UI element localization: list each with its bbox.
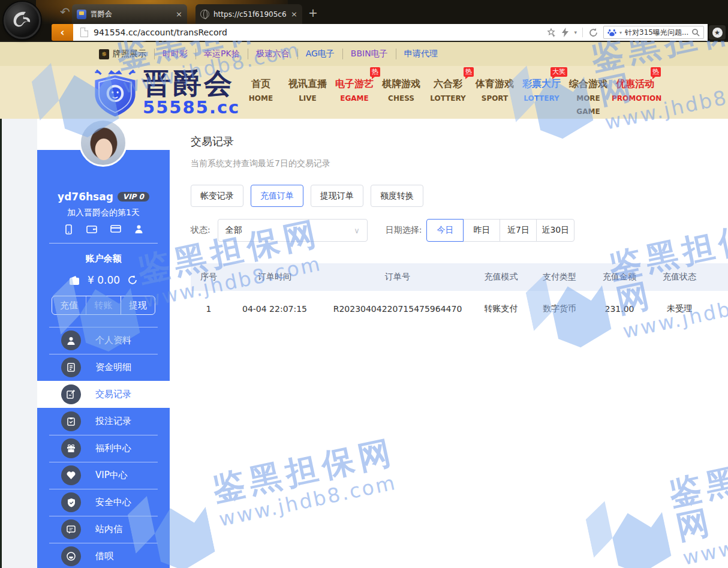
license-link-bar: ✵ 牌照展示 时时彩 幸运PK拾 极速六合 AG电子 BBIN电子 申请代理 [0,41,728,66]
sidebar-item-profile[interactable]: 个人资料 [37,327,170,354]
tab-external[interactable]: https://c51f61905c6b × [195,4,302,24]
lightning-dropdown-icon[interactable]: ▾ [574,29,577,35]
gift-icon [61,438,81,458]
date-yesterday-button[interactable]: 昨日 [463,219,500,242]
funds-icon [61,357,81,377]
nav-more-game[interactable]: 综合游戏MORE GAME [565,76,612,118]
join-days-text: 加入晋爵会的第1天 [37,208,170,218]
page-subtitle: 当前系统支持查询最近7日的交易记录 [191,158,728,169]
favorites-button[interactable]: ★ [709,25,726,40]
sidebar-item-messages[interactable]: 站内信 [37,516,170,543]
sidebar-item-loan[interactable]: 借呗 [37,543,170,568]
tab-close-icon[interactable]: × [291,10,297,19]
nav-live[interactable]: 视讯直播LIVE [284,76,331,118]
table-header-row: 序号 订单时间 订单号 充值模式 支付类型 充值金额 充值状态 备注 [191,263,728,291]
tab-quota-transfer[interactable]: 额度转换 [371,185,423,207]
nav-egame[interactable]: 热 电子游艺EGAME [331,76,378,118]
brand-domain: 55585.cc [143,98,240,116]
bbin-link[interactable]: BBIN电子 [342,49,396,59]
table-row: 1 04-04 22:07:15 R2023040422071547596447… [191,291,728,327]
agent-link[interactable]: 申请代理 [396,49,446,59]
sidebar-item-vip[interactable]: VIP中心 [37,462,170,489]
tab-account-changes[interactable]: 帐变记录 [191,185,243,207]
new-tab-button[interactable]: + [308,6,318,19]
status-select[interactable]: 全部 ∨ [218,219,368,242]
person-icon[interactable] [134,224,143,234]
sidebar-item-bets[interactable]: 投注记录 [37,408,170,435]
bets-icon [61,411,81,431]
url-row: ‹ 941554.cc/account/transRecord ▾ ▾ 针对31… [0,24,728,41]
brand-crest-logo[interactable] [90,67,140,120]
status-label: 状态: [191,225,210,236]
wallet-actions: 充值 转账 提现 [52,296,155,315]
date-today-button[interactable]: 今日 [426,219,464,242]
pk10-link[interactable]: 幸运PK拾 [195,49,248,59]
date-range-group: 今日 昨日 近7日 近30日 [426,219,574,242]
license-link[interactable]: ✵ 牌照展示 [91,49,154,59]
vip-icon [61,465,81,485]
account-sidebar: yd76hsag VIP 0 加入晋爵会的第1天 账户余额 ¥ 0.00 充值 … [37,150,170,568]
page-icon [80,28,88,37]
browser-chrome: ↶ 晋爵会 × https://c51f61905c6b × + ‹ 94155… [0,0,728,41]
sidebar-item-security[interactable]: 安全中心 [37,489,170,516]
record-tabs: 帐变记录 充值订单 提现订单 额度转换 [191,185,728,207]
url-text[interactable]: 941554.cc/account/transRecord [94,28,546,37]
ag-link[interactable]: AG电子 [297,49,342,59]
nav-sport[interactable]: 体育游戏SPORT [471,76,518,118]
bank-card-icon[interactable] [110,224,121,233]
wallet-icon[interactable] [86,224,97,233]
withdraw-button[interactable]: 提现 [121,296,155,314]
message-icon [61,519,81,539]
search-query[interactable]: 针对315曝光问题... [625,28,688,38]
sidebar-item-transactions[interactable]: 交易记录 [37,381,170,408]
shield-icon [61,492,81,512]
tab-deposit-orders[interactable]: 充值订单 [251,185,303,207]
site-favicon [77,10,86,19]
sidebar-item-welfare[interactable]: 福利中心 [37,435,170,462]
date-7days-button[interactable]: 近7日 [500,219,537,242]
main-nav: 首页HOME 视讯直播LIVE 热 电子游艺EGAME 棋牌游戏CHESS 热 … [237,76,658,118]
cheetah-browser-logo[interactable] [4,2,41,39]
nav-home[interactable]: 首页HOME [237,76,284,118]
chevron-down-icon: ∨ [354,226,360,235]
refresh-balance-icon[interactable] [127,275,138,285]
nav-chess[interactable]: 棋牌游戏CHESS [378,76,425,118]
tab-withdraw-orders[interactable]: 提现订单 [311,185,363,207]
jackpot-badge: 大奖 [550,67,567,77]
refresh-icon[interactable] [588,28,598,38]
tab-bar: ↶ 晋爵会 × https://c51f61905c6b × + [0,0,728,24]
transaction-page: 交易记录 当前系统支持查询最近7日的交易记录 帐变记录 充值订单 提现订单 额度… [170,119,728,568]
divider [582,28,583,37]
back-button[interactable]: ‹ [52,24,73,41]
baidu-icon[interactable] [607,28,616,37]
lightning-icon[interactable] [562,28,568,37]
search-icon[interactable] [691,28,700,37]
address-bar[interactable]: 941554.cc/account/transRecord ▾ ▾ 针对315曝… [73,24,708,41]
tab-title: https://c51f61905c6b [213,10,287,19]
transactions-table: 序号 订单时间 订单号 充值模式 支付类型 充值金额 充值状态 备注 1 04-… [191,263,728,327]
liuhe-link[interactable]: 极速六合 [248,49,297,59]
nav-lottery[interactable]: 热 六合彩LOTTERY [425,76,471,118]
phone-icon[interactable] [64,224,73,235]
nav-lottery-hall[interactable]: 大奖 彩票大厅LOTTERY [518,76,565,118]
page-title: 交易记录 [191,134,728,149]
deposit-button[interactable]: 充值 [52,296,86,314]
license-emblem-icon: ✵ [99,49,109,59]
transfer-button[interactable]: 转账 [86,296,120,314]
profile-icon [61,330,81,350]
avatar[interactable] [79,119,127,167]
bookmark-star-icon[interactable] [546,28,556,38]
tab-site[interactable]: 晋爵会 × [72,4,187,24]
search-box[interactable]: ▾ 针对315曝光问题... [603,26,704,39]
browser-back-icon[interactable]: ↶ [60,5,70,19]
brand-text[interactable]: 晋爵会 55585.cc [143,68,240,116]
search-engine-dropdown-icon[interactable]: ▾ [619,30,622,35]
ssc-link[interactable]: 时时彩 [154,49,195,59]
star-icon: ★ [712,28,723,38]
tab-close-icon[interactable]: × [176,10,182,19]
date-30days-button[interactable]: 近30日 [536,219,574,242]
balance-value: ¥ 0.00 [88,274,120,286]
nav-promotion[interactable]: 热 优惠活动PROMOTION [612,76,658,118]
sidebar-item-funds[interactable]: 资金明细 [37,354,170,381]
divider [49,243,158,244]
